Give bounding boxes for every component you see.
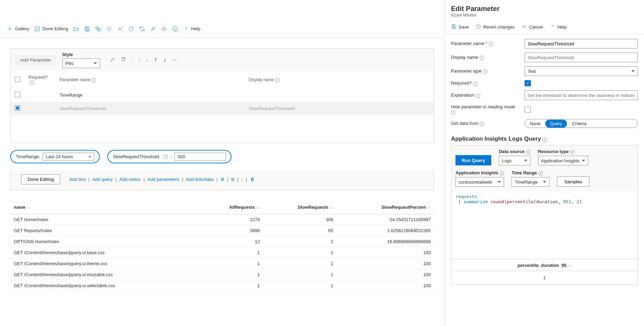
- info-icon: [570, 150, 575, 154]
- table-row[interactable]: SlowRequestThreshold SlowRequestThreshol…: [11, 102, 434, 115]
- table-row[interactable]: GET /Content/themes/base/jquery.ui.theme…: [10, 258, 434, 269]
- query-result-table: percentile_duration_95↑↓ 1: [451, 259, 637, 284]
- hide-checkbox[interactable]: [525, 107, 531, 113]
- table-row[interactable]: GET Home/Index127430924.25431711145997: [10, 214, 434, 225]
- row-checkbox[interactable]: [15, 105, 20, 111]
- move-bottom-icon[interactable]: ⤓: [163, 57, 167, 63]
- settings-icon[interactable]: [106, 26, 112, 32]
- timerange-pill[interactable]: TimeRange: Last 24 hours: [10, 150, 100, 163]
- query-editor[interactable]: requests | summarize round(percentile(du…: [451, 190, 637, 259]
- info-icon: [473, 82, 477, 86]
- sort-icon[interactable]: ↑↓: [330, 206, 333, 209]
- duplicate-icon[interactable]: [121, 57, 126, 63]
- seg-criteria[interactable]: Criteria: [567, 120, 591, 128]
- close-icon[interactable]: [117, 26, 123, 32]
- resource-type-select[interactable]: Application Insights: [538, 156, 588, 165]
- info-icon: [480, 56, 484, 60]
- info-icon: [543, 138, 547, 142]
- samples-button[interactable]: Samples: [557, 176, 589, 187]
- copy-icon[interactable]: ⧉: [231, 177, 234, 182]
- arrow-left-icon: [7, 26, 13, 32]
- open-icon[interactable]: [73, 26, 79, 32]
- edit-icon[interactable]: [110, 57, 115, 63]
- slowrequest-pill[interactable]: SlowRequestThreshold : 500: [107, 150, 232, 163]
- row-checkbox[interactable]: [15, 92, 20, 97]
- explanation-label: Explanation: [451, 93, 520, 98]
- get-data-segmented[interactable]: None Query Criteria: [525, 119, 638, 128]
- save-icon[interactable]: [84, 26, 90, 32]
- parameter-form: Parameter name * Display name Parameter …: [445, 34, 644, 133]
- table-row[interactable]: GET Reports/Index3998651.625812906453226…: [10, 225, 434, 236]
- help-button[interactable]: Help: [550, 24, 567, 30]
- col-slow: SlowRequests↑↓: [263, 200, 336, 214]
- add-parameter-button[interactable]: Add Parameter: [15, 55, 56, 65]
- sort-icon[interactable]: ↑↓: [427, 206, 431, 209]
- table-row[interactable]: GET /Content/themes/base/jquery.ui.resiz…: [10, 269, 434, 280]
- required-checkbox[interactable]: ✓: [525, 80, 531, 86]
- refresh-icon[interactable]: [128, 26, 134, 32]
- add-metric-link[interactable]: Add metric: [119, 177, 141, 182]
- ai-select[interactable]: contosoretailweb: [455, 177, 504, 187]
- revert-button[interactable]: Revert changes: [476, 24, 515, 30]
- done-editing-button[interactable]: Done Editing: [21, 174, 60, 184]
- info-icon: [163, 154, 168, 159]
- move-up-icon[interactable]: ↑: [138, 57, 141, 63]
- pin-icon[interactable]: [150, 26, 156, 32]
- cancel-button[interactable]: Cancel: [522, 24, 543, 30]
- table-row[interactable]: TimeRange: [11, 88, 434, 102]
- sort-icon[interactable]: ↑↓: [256, 206, 260, 209]
- download-icon[interactable]: ↓: [241, 177, 244, 182]
- table-row[interactable]: OPTIONS Home/Index12216.666666666666668: [10, 236, 434, 247]
- done-editing-button[interactable]: Done Editing: [34, 26, 68, 32]
- param-name-label: Parameter name *: [451, 41, 520, 46]
- sort-icon[interactable]: ↑↓: [27, 206, 30, 209]
- feedback-icon[interactable]: [172, 26, 178, 32]
- data-source-select[interactable]: Logs: [499, 156, 530, 165]
- copy-icon[interactable]: [95, 26, 101, 32]
- result-cell: 1: [452, 272, 637, 284]
- parameter-table: Required? Parameter name Display name Ti…: [11, 72, 434, 143]
- more-icon[interactable]: [172, 57, 177, 63]
- delete-icon[interactable]: 🗑: [250, 177, 255, 182]
- svg-point-4: [173, 26, 178, 31]
- gallery-button[interactable]: Gallery: [7, 26, 29, 32]
- sort-icon[interactable]: ↑↓: [568, 264, 571, 268]
- save-icon: [451, 24, 457, 30]
- param-type-select[interactable]: Text: [525, 66, 638, 76]
- style-select[interactable]: Pills: [62, 58, 100, 68]
- seg-query[interactable]: Query: [545, 120, 567, 128]
- add-parameters-link[interactable]: Add parameters: [148, 177, 180, 182]
- move-down-icon[interactable]: ↓: [146, 57, 149, 63]
- param-name-input[interactable]: [525, 39, 638, 48]
- auto-refresh-icon[interactable]: [139, 26, 145, 32]
- table-row[interactable]: GET /Content/themes/base/jquery.ui.base.…: [10, 247, 434, 258]
- save-button[interactable]: Save: [451, 24, 469, 30]
- run-query-button[interactable]: Run Query: [455, 155, 491, 165]
- data-source-label: Data source: [499, 149, 530, 154]
- timerange-value[interactable]: Last 24 hours: [43, 153, 94, 161]
- time-range-select[interactable]: TimeRange: [512, 177, 549, 187]
- col-name: name↑↓: [10, 200, 198, 214]
- slowrequest-value[interactable]: 500: [174, 153, 226, 161]
- table-row[interactable]: GET /Content/themes/base/jquery.ui.selec…: [10, 280, 434, 291]
- move-top-icon[interactable]: ⤒: [154, 57, 158, 63]
- done-editing-label: Done Editing: [42, 26, 68, 31]
- add-text-link[interactable]: Add text: [69, 177, 86, 182]
- display-name-input[interactable]: [525, 53, 638, 62]
- add-links-link[interactable]: Add links/tabs: [186, 177, 214, 182]
- panel-title: Edit Parameter: [451, 5, 638, 13]
- seg-none[interactable]: None: [525, 120, 545, 128]
- param-type-label: Parameter type: [451, 68, 520, 74]
- add-query-link[interactable]: Add query: [92, 177, 112, 182]
- revert-icon: [476, 24, 481, 30]
- explanation-input[interactable]: [525, 90, 638, 100]
- hide-label: Hide parameter in reading mode: [451, 104, 520, 115]
- get-data-label: Get data from: [451, 121, 520, 126]
- code-icon[interactable]: [161, 26, 167, 32]
- select-all-checkbox[interactable]: [15, 77, 20, 82]
- info-icon: [538, 171, 543, 176]
- info-icon: [500, 171, 504, 176]
- help-button[interactable]: Help: [183, 26, 201, 32]
- info-icon: [489, 42, 493, 46]
- gear-icon[interactable]: ⚙: [221, 177, 225, 182]
